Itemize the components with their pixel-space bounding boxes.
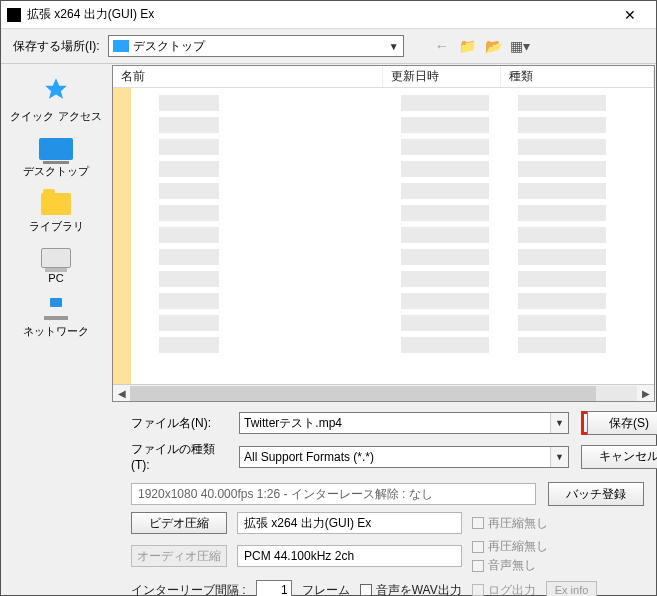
file-list-header: 名前 更新日時 種類 xyxy=(113,66,654,88)
view-menu-button[interactable]: ▦▾ xyxy=(510,37,530,55)
scroll-right-icon[interactable]: ▶ xyxy=(637,385,654,402)
checkbox-icon xyxy=(360,584,372,596)
pc-icon xyxy=(41,248,71,268)
new-folder-button[interactable]: 📂 xyxy=(484,37,504,55)
nav-icons: ← 📁 📂 ▦▾ xyxy=(412,37,530,55)
save-in-label: 保存する場所(I): xyxy=(13,38,100,55)
column-date[interactable]: 更新日時 xyxy=(383,66,501,87)
dialog-window: 拡張 x264 出力(GUI) Ex ✕ 保存する場所(I): デスクトップ ▼… xyxy=(0,0,657,596)
interleave-row: インターリーブ間隔 : フレーム 音声をWAV出力 ログ出力 Ex info xyxy=(1,576,656,596)
filetype-combo[interactable]: All Support Formats (*.*) ▼ xyxy=(239,446,569,468)
sidebar-item-quick-access[interactable]: クイック アクセス xyxy=(10,76,101,124)
video-checks: 再圧縮無し xyxy=(472,515,644,532)
svg-marker-0 xyxy=(45,78,67,99)
video-codec-box: 拡張 x264 出力(GUI) Ex xyxy=(237,512,462,534)
filename-value: Twitterテスト.mp4 xyxy=(244,415,342,432)
folder-tree-strip xyxy=(113,88,131,384)
video-info-box: 1920x1080 40.000fps 1:26 - インターレース解除 : な… xyxy=(131,483,536,505)
frame-unit-label: フレーム xyxy=(302,582,350,597)
list-item[interactable] xyxy=(131,180,654,202)
column-name[interactable]: 名前 xyxy=(113,66,383,87)
log-output-check: ログ出力 xyxy=(472,582,536,597)
file-list-body[interactable] xyxy=(113,88,654,384)
save-button-label: 保存(S) xyxy=(587,411,657,435)
scroll-thumb[interactable] xyxy=(130,386,596,401)
close-button[interactable]: ✕ xyxy=(610,1,650,29)
sidebar-item-library[interactable]: ライブラリ xyxy=(29,193,84,234)
folder-icon xyxy=(113,40,129,52)
list-item[interactable] xyxy=(131,334,654,356)
list-item[interactable] xyxy=(131,136,654,158)
interleave-label: インターリーブ間隔 : xyxy=(131,582,246,597)
places-sidebar: クイック アクセス デスクトップ ライブラリ PC ネットワーク xyxy=(1,64,111,403)
sidebar-item-label: ライブラリ xyxy=(29,219,84,234)
list-item[interactable] xyxy=(131,202,654,224)
wav-output-check[interactable]: 音声をWAV出力 xyxy=(360,582,462,597)
list-item[interactable] xyxy=(131,92,654,114)
location-toolbar: 保存する場所(I): デスクトップ ▼ ← 📁 📂 ▦▾ xyxy=(1,29,656,63)
chevron-down-icon[interactable]: ▼ xyxy=(550,413,568,433)
titlebar: 拡張 x264 出力(GUI) Ex ✕ xyxy=(1,1,656,29)
list-item[interactable] xyxy=(131,290,654,312)
filetype-value: All Support Formats (*.*) xyxy=(244,450,374,464)
list-item[interactable] xyxy=(131,312,654,334)
sidebar-item-label: ネットワーク xyxy=(23,324,89,339)
location-combo[interactable]: デスクトップ ▼ xyxy=(108,35,404,57)
interleave-input[interactable] xyxy=(256,580,292,596)
codec-section: ビデオ圧縮 拡張 x264 出力(GUI) Ex 再圧縮無し オーディオ圧縮 P… xyxy=(1,510,656,576)
filename-label: ファイル名(N): xyxy=(131,415,227,432)
sidebar-item-desktop[interactable]: デスクトップ xyxy=(23,138,89,179)
main-area: クイック アクセス デスクトップ ライブラリ PC ネットワーク 名前 xyxy=(1,63,656,403)
window-title: 拡張 x264 出力(GUI) Ex xyxy=(27,6,610,23)
audio-compress-button: オーディオ圧縮 xyxy=(131,545,227,567)
video-compress-button[interactable]: ビデオ圧縮 xyxy=(131,512,227,534)
back-button[interactable]: ← xyxy=(432,37,452,55)
chevron-down-icon: ▼ xyxy=(389,41,399,52)
batch-register-button[interactable]: バッチ登録 xyxy=(548,482,644,506)
checkbox-icon xyxy=(472,541,484,553)
recompress-video-check[interactable]: 再圧縮無し xyxy=(472,515,644,532)
info-footer: 1920x1080 40.000fps 1:26 - インターレース解除 : な… xyxy=(1,476,656,510)
list-item[interactable] xyxy=(131,224,654,246)
sidebar-item-label: デスクトップ xyxy=(23,164,89,179)
list-item[interactable] xyxy=(131,268,654,290)
filetype-label: ファイルの種類(T): xyxy=(131,441,227,472)
checkbox-icon xyxy=(472,560,484,572)
save-button[interactable]: 保存(S) xyxy=(581,411,657,435)
horizontal-scrollbar[interactable]: ◀ ▶ xyxy=(113,384,654,401)
checkbox-icon xyxy=(472,584,484,596)
filename-input[interactable]: Twitterテスト.mp4 ▼ xyxy=(239,412,569,434)
list-item[interactable] xyxy=(131,246,654,268)
file-rows xyxy=(131,88,654,384)
sidebar-item-label: クイック アクセス xyxy=(10,109,101,124)
file-list-area: 名前 更新日時 種類 xyxy=(112,65,655,402)
cancel-button[interactable]: キャンセル xyxy=(581,445,657,469)
up-one-level-button[interactable]: 📁 xyxy=(458,37,478,55)
list-item[interactable] xyxy=(131,114,654,136)
network-icon xyxy=(42,298,70,320)
sidebar-item-label: PC xyxy=(48,272,63,284)
ex-info-button[interactable]: Ex info xyxy=(546,581,598,596)
star-icon xyxy=(42,76,70,105)
scroll-left-icon[interactable]: ◀ xyxy=(113,385,130,402)
sidebar-item-network[interactable]: ネットワーク xyxy=(23,298,89,339)
column-type[interactable]: 種類 xyxy=(501,66,654,87)
sidebar-item-pc[interactable]: PC xyxy=(41,248,71,284)
audio-checks: 再圧縮無し 音声無し xyxy=(472,538,644,574)
recompress-audio-check[interactable]: 再圧縮無し xyxy=(472,538,644,555)
checkbox-icon xyxy=(472,517,484,529)
app-icon xyxy=(7,8,21,22)
folder-icon xyxy=(41,193,71,215)
chevron-down-icon[interactable]: ▼ xyxy=(550,447,568,467)
list-item[interactable] xyxy=(131,158,654,180)
location-text: デスクトップ xyxy=(133,38,389,55)
filename-form: ファイル名(N): Twitterテスト.mp4 ▼ 保存(S) ファイルの種類… xyxy=(1,403,656,476)
audio-codec-box: PCM 44.100kHz 2ch xyxy=(237,545,462,567)
no-audio-check[interactable]: 音声無し xyxy=(472,557,644,574)
monitor-icon xyxy=(39,138,73,160)
scroll-track[interactable] xyxy=(130,386,637,401)
